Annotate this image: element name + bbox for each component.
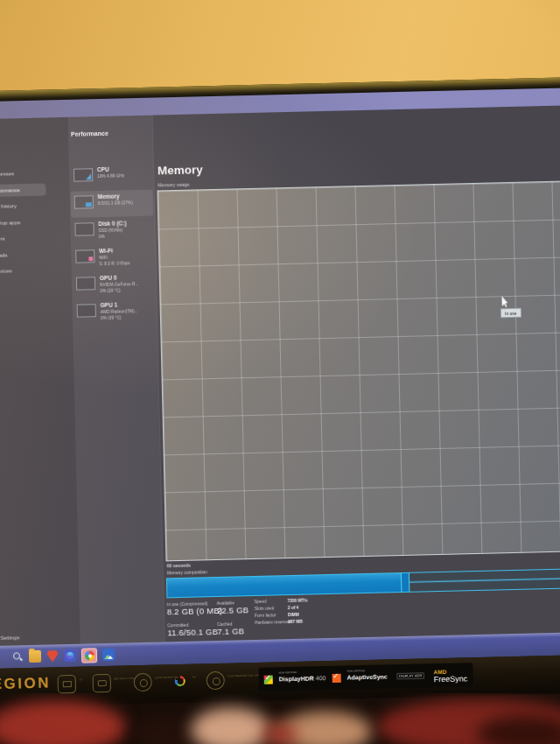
monitor: Task Manager Processes Performance App h… [0, 77, 560, 708]
displayhdr-check-icon [264, 675, 273, 684]
foreground-blur [0, 693, 560, 744]
brave-browser-icon[interactable] [46, 649, 59, 662]
wifi-card-title: Wi-Fi [99, 248, 113, 254]
legion-logo: LEGION [0, 675, 51, 694]
sidebar: Processes Performance App history Startu… [0, 117, 80, 647]
detail-slots-value: 2 of 4 [288, 606, 299, 610]
detail-hwreserved-value: 967 MB [288, 620, 303, 624]
memory-usage-label: Memory usage [158, 182, 190, 188]
detail-formfactor-label: Form factor [255, 613, 276, 618]
displayhdr-logo: VESA CERTIFIED DisplayHDR 400 [279, 675, 326, 682]
wifi-card-subtext2: S: 8.0 R: 0 Kbps [99, 261, 130, 266]
search-icon[interactable] [11, 650, 24, 663]
sidebar-item-users[interactable]: Users [0, 231, 47, 245]
disk-card-title: Disk 0 (C:) [98, 220, 126, 227]
memory-composition-label: Memory composition [167, 569, 207, 575]
detail-slots-label: Slots used [255, 606, 275, 611]
response-circle-icon [212, 677, 220, 684]
chrome-active-icon[interactable] [81, 648, 97, 663]
sidebar-item-services[interactable]: Services [0, 263, 48, 277]
response-badge-icon [206, 671, 224, 690]
time-axis-label: 60 seconds [167, 563, 191, 569]
detail-speed-label: Speed [255, 600, 267, 604]
size-badge-icon [58, 675, 76, 693]
perf-card-memory[interactable]: Memory 8.5/31.1 GB (27%) [71, 190, 154, 218]
amd-freesync-logo: AMD FreeSync [433, 668, 467, 683]
perf-card-disk[interactable]: Disk 0 (C:) SSD (NVMe) 0% [71, 217, 154, 245]
gpu0-card-subtext1: NVIDIA GeForce R... [100, 282, 139, 287]
red-streak [262, 723, 298, 744]
certification-logos: VESA CERTIFIED DisplayHDR 400 VESA CERTI… [258, 663, 473, 691]
sidebar-item-details[interactable]: Details [0, 248, 47, 262]
adaptivesync-logo: VESA CERTIFIED AdaptiveSync [346, 673, 387, 680]
cpu-card-title: CPU [97, 166, 109, 172]
disk-card-subtext2: 0% [99, 234, 105, 238]
file-explorer-icon[interactable] [29, 650, 41, 663]
detail-formfactor-value: DIMM [288, 613, 299, 617]
photo-of-monitor: Task Manager Processes Performance App h… [0, 0, 560, 744]
performance-panel: Performance CPU 10% 4.89 GHz Memory 8.5/… [68, 116, 165, 644]
graph-tooltip: In use [500, 308, 522, 319]
gpu0-card-subtext2: 0% (28 °C) [100, 288, 121, 293]
perf-card-cpu[interactable]: CPU 10% 4.89 GHz [70, 163, 153, 191]
hdr-mini-block: DISPLAY HDR [397, 672, 424, 679]
adaptivesync-vesa-text: VESA CERTIFIED [346, 670, 365, 672]
page-title: Memory [158, 163, 203, 177]
task-manager-window: Task Manager Processes Performance App h… [0, 105, 560, 647]
sidebar-item-processes[interactable]: Processes [0, 166, 46, 180]
skin-blob-1 [191, 707, 271, 744]
gpu0-card-title: GPU 0 [100, 275, 117, 281]
disk-mini-graph [74, 222, 94, 236]
perf-card-gpu0[interactable]: GPU 0 NVIDIA GeForce R... 0% (28 °C) [73, 271, 156, 299]
photos-icon[interactable] [102, 649, 115, 661]
wifi-card-subtext1: WiFi [99, 256, 108, 260]
red-blob-left [0, 700, 127, 744]
gpu1-mini-graph [77, 304, 96, 318]
memory-usage-graph[interactable] [158, 180, 560, 562]
cpu-card-subtext: 10% 4.89 GHz [97, 173, 124, 179]
blue-app-icon[interactable] [64, 649, 76, 662]
gpu1-card-title: GPU 1 [101, 302, 118, 308]
sidebar-item-settings[interactable]: Settings [0, 635, 19, 641]
sidebar-item-app-history[interactable]: App history [0, 199, 46, 213]
memory-card-title: Memory [98, 193, 120, 200]
gauge-badge-icon [172, 672, 190, 691]
stat-available-value: 22.5 GB [217, 605, 249, 615]
memory-mini-graph-area [86, 202, 92, 207]
screen: Task Manager Processes Performance App h… [0, 88, 560, 670]
cpu-mini-graph [74, 168, 93, 182]
gpu1-card-subtext2: 0% (39 °C) [101, 315, 122, 320]
displayhdr-vesa-text: VESA CERTIFIED [279, 671, 298, 674]
memory-card-subtext: 8.5/31.1 GB (27%) [98, 200, 133, 206]
wifi-mini-graph [75, 249, 94, 263]
memory-composition-bar[interactable] [166, 567, 560, 598]
refresh-badge-icon [134, 673, 152, 691]
resolution-badge-icon [93, 674, 111, 692]
cpu-mini-graph-area [86, 173, 91, 179]
refresh-arrows-icon [139, 678, 147, 686]
composition-standby[interactable] [410, 568, 560, 591]
gpu1-card-subtext1: AMD Radeon(TM)... [101, 309, 138, 314]
performance-header: Performance [71, 130, 108, 137]
adaptivesync-check-icon [332, 673, 340, 682]
sidebar-item-performance[interactable]: Performance [0, 183, 46, 197]
composition-modified[interactable] [400, 573, 410, 592]
stat-committed-value: 11.6/50.1 GB [167, 627, 218, 637]
composition-inuse[interactable] [167, 573, 401, 597]
stat-cached-value: 7.1 GB [217, 626, 244, 636]
screen-glyph-icon [98, 680, 107, 686]
detail-hwreserved-label: Hardware reserved [255, 620, 290, 625]
disk-card-subtext1: SSD (NVMe) [99, 228, 123, 233]
memory-mini-graph [74, 195, 94, 209]
sidebar-item-startup-apps[interactable]: Startup apps [0, 215, 46, 229]
stat-inuse-value: 8.2 GB (0 MB) [167, 606, 223, 616]
monitor-glyph-icon [63, 681, 72, 687]
perf-card-wifi[interactable]: Wi-Fi WiFi S: 8.0 R: 0 Kbps [72, 244, 155, 272]
perf-card-gpu1[interactable]: GPU 1 AMD Radeon(TM)... 0% (39 °C) [73, 298, 156, 326]
color-gauge-icon [175, 676, 186, 686]
gpu0-mini-graph [76, 277, 95, 291]
wifi-mini-graph-area [88, 256, 93, 261]
detail-speed-value: 7200 MT/s [288, 599, 308, 604]
